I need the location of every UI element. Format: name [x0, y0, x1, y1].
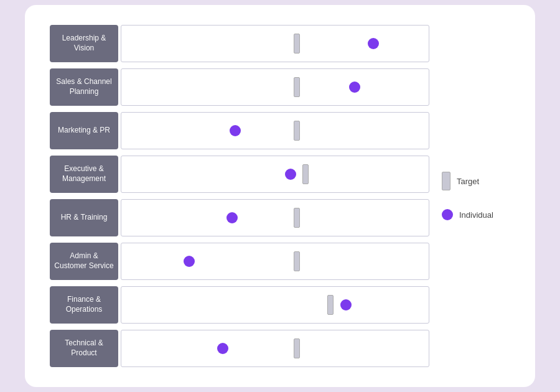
row-label: Executive & Management: [50, 156, 118, 193]
target-marker: [294, 338, 300, 358]
individual-dot: [230, 125, 241, 136]
chart-row: HR & Training: [50, 198, 429, 238]
row-bar: [121, 330, 429, 367]
chart-row: Admin & Customer Service: [50, 241, 429, 281]
chart-row: Sales & Channel Planning: [50, 67, 429, 107]
target-marker: [294, 208, 300, 228]
row-label: Finance & Operations: [50, 286, 118, 324]
legend-area: Target Individual: [429, 24, 510, 368]
chart-area: Leadership & VisionSales & Channel Plann…: [50, 24, 429, 368]
legend-individual-label: Individual: [459, 210, 493, 220]
target-marker: [294, 34, 300, 54]
legend-individual-icon: [442, 209, 453, 220]
row-bar: [121, 286, 429, 324]
legend-target-label: Target: [457, 177, 479, 186]
row-label: HR & Training: [50, 199, 118, 236]
individual-dot: [184, 256, 195, 267]
individual-dot: [349, 82, 360, 93]
individual-dot: [340, 299, 352, 310]
row-bar: [121, 68, 429, 106]
row-label: Marketing & PR: [50, 112, 118, 149]
target-marker: [294, 121, 300, 141]
target-marker: [302, 164, 309, 184]
individual-dot: [285, 169, 296, 180]
target-marker: [327, 295, 334, 315]
chart-row: Marketing & PR: [50, 111, 429, 151]
row-label: Sales & Channel Planning: [50, 68, 118, 106]
main-card: Leadership & VisionSales & Channel Plann…: [25, 5, 535, 387]
row-bar: [121, 199, 429, 236]
individual-dot: [368, 38, 379, 49]
individual-dot: [217, 343, 228, 354]
row-bar: [121, 156, 429, 193]
legend-target: Target: [442, 172, 510, 190]
target-marker: [294, 77, 300, 97]
chart-row: Executive & Management: [50, 154, 429, 194]
chart-row: Finance & Operations: [50, 285, 429, 325]
legend-individual: Individual: [442, 209, 510, 220]
individual-dot: [226, 212, 238, 223]
row-bar: [121, 112, 429, 149]
row-label: Admin & Customer Service: [50, 243, 118, 280]
row-bar: [121, 243, 429, 280]
row-label: Technical & Product: [50, 330, 118, 367]
row-label: Leadership & Vision: [50, 25, 118, 62]
target-marker: [294, 251, 300, 271]
row-bar: [121, 25, 429, 62]
chart-row: Technical & Product: [50, 329, 429, 368]
chart-row: Leadership & Vision: [50, 24, 429, 63]
legend-target-icon: [442, 172, 450, 190]
